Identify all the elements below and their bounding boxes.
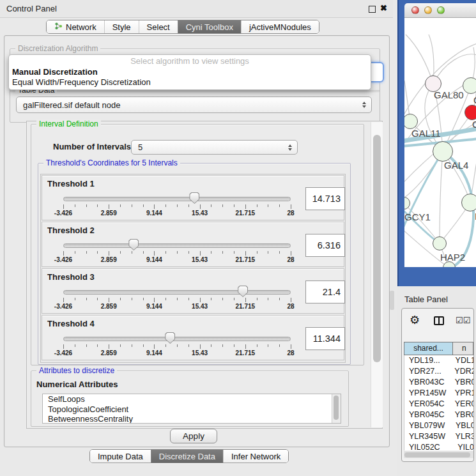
list-scrollbar-thumb[interactable] xyxy=(334,395,339,420)
table-row[interactable]: YDL19...YDL1 xyxy=(404,355,473,366)
threshold-slider[interactable]: -3.4262.8599.14415.4321.71528 xyxy=(42,316,344,360)
tab-select[interactable]: Select xyxy=(139,20,178,33)
threshold-value-field[interactable]: 6.316 xyxy=(305,234,345,257)
tick-mark xyxy=(200,204,201,209)
list-scrollbar[interactable] xyxy=(332,394,341,423)
tab-cyni-toolbox[interactable]: Cyni Toolbox xyxy=(178,20,241,33)
tick-mark xyxy=(132,344,132,347)
slider-track[interactable] xyxy=(63,243,291,248)
tick-mark xyxy=(109,251,109,256)
threshold-panel-1: Threshold 1 -3.4262.8599.14415.4321.7152… xyxy=(42,175,344,220)
network-window-titlebar[interactable] xyxy=(404,3,476,18)
table-row[interactable]: YBR045CYBR0 xyxy=(404,410,473,420)
tick-mark xyxy=(245,344,246,349)
node-HAP2[interactable] xyxy=(433,236,447,250)
threshold-panel-4: Threshold 4 -3.4262.8599.14415.4321.7152… xyxy=(42,315,344,360)
traffic-light-close[interactable] xyxy=(411,6,419,14)
node-H[interactable] xyxy=(461,194,476,211)
table-row[interactable]: YDR27...YDR2 xyxy=(404,366,473,377)
horizontal-scrollbar-thumb[interactable] xyxy=(404,452,470,457)
gear-icon[interactable]: ⚙ xyxy=(410,313,420,327)
tick-mark xyxy=(211,344,211,347)
cell-name: YLR3 xyxy=(450,431,473,442)
tick-label: -3.426 xyxy=(54,303,72,310)
node-G-top[interactable] xyxy=(463,77,476,94)
node-red[interactable] xyxy=(464,105,476,120)
threshold-panel-3: Threshold 3 -3.4262.8599.14415.4321.7152… xyxy=(42,268,344,314)
table-data-combobox[interactable]: galFiltered.sif default node xyxy=(16,96,372,113)
slider-thumb[interactable] xyxy=(128,239,139,250)
tick-mark xyxy=(279,298,280,300)
table-row[interactable]: YER054CYER0 xyxy=(404,399,473,410)
slider-thumb-face xyxy=(190,193,199,203)
node-table-panel: ⚙ ☑☑ shared... n YDL19...YDL1YDR27...YDR… xyxy=(401,308,474,462)
float-window-icon[interactable] xyxy=(369,6,376,13)
tab-style[interactable]: Style xyxy=(104,20,139,33)
cell-shared-name: YIL052C xyxy=(404,442,452,450)
splitter-handle[interactable] xyxy=(390,291,394,310)
tick-mark xyxy=(188,251,189,254)
close-icon[interactable]: ✖ xyxy=(380,3,387,13)
vertical-scrollbar-thumb[interactable] xyxy=(373,135,381,362)
list-item[interactable]: BetweennessCentrality xyxy=(43,414,341,424)
threshold-slider[interactable]: -3.4262.8599.14415.4321.71528 xyxy=(42,176,344,220)
slider-thumb[interactable] xyxy=(165,332,175,344)
apply-button[interactable]: Apply xyxy=(170,429,217,443)
table-row[interactable]: YBR043CYBR0 xyxy=(404,377,473,388)
horizontal-scrollbar[interactable] xyxy=(404,451,473,458)
slider-thumb[interactable] xyxy=(238,286,248,297)
tick-mark xyxy=(63,251,64,256)
table-row[interactable]: YPR145WYPR1 xyxy=(404,388,473,399)
column-header-shared-name[interactable]: shared... xyxy=(404,342,453,355)
threshold-value-field[interactable]: 11.344 xyxy=(305,327,345,350)
threshold-value-field[interactable]: 21.4 xyxy=(305,280,345,303)
threshold-slider[interactable]: -3.4262.8599.14415.4321.71528 xyxy=(42,222,344,266)
tick-mark xyxy=(109,298,109,302)
tick-label: 28 xyxy=(287,210,294,217)
node-GAL4[interactable] xyxy=(433,141,453,162)
node-label: HAP2 xyxy=(440,252,465,263)
checkbox-icons[interactable]: ☑☑ xyxy=(456,316,470,325)
tick-mark xyxy=(211,251,211,254)
slider-track[interactable] xyxy=(63,290,291,295)
number-of-intervals-combobox[interactable]: 5 xyxy=(131,140,298,155)
tick-mark xyxy=(97,251,98,254)
tick-mark xyxy=(120,344,121,347)
vertical-scrollbar[interactable] xyxy=(371,122,383,427)
slider-track[interactable] xyxy=(63,337,291,341)
column-header-name[interactable]: n xyxy=(453,342,473,355)
tick-mark xyxy=(143,251,144,254)
traffic-light-minimize[interactable] xyxy=(424,6,432,14)
dropdown-option-manual-discretization[interactable]: Manual Discretization xyxy=(12,67,367,77)
traffic-light-zoom[interactable] xyxy=(437,6,445,14)
table-row[interactable]: YIL052CYIL0 xyxy=(404,442,473,450)
cyni-mode-tabs: Impute DataDiscretize DataInfer Network xyxy=(89,449,289,463)
network-canvas[interactable]: GAL80G.CGAL11GAL4GCY1HHAP2 xyxy=(404,18,476,267)
table-row[interactable]: YLR345WYLR3 xyxy=(404,431,473,442)
slider-track[interactable] xyxy=(63,197,291,201)
cell-name: YPR1 xyxy=(449,388,473,399)
cell-name: YBR0 xyxy=(449,377,473,388)
tab-network[interactable]: Network xyxy=(47,20,104,33)
threshold-value-field[interactable]: 14.713 xyxy=(305,187,345,210)
tick-mark xyxy=(154,298,155,302)
tab-impute-data[interactable]: Impute Data xyxy=(90,450,151,463)
list-item[interactable]: SelfLoops xyxy=(43,394,341,404)
split-column-icon[interactable] xyxy=(434,316,444,325)
table-row[interactable]: YBL079WYBL0 xyxy=(404,420,473,431)
cell-shared-name: YPR145W xyxy=(404,388,449,399)
slider-thumb[interactable] xyxy=(189,192,199,204)
tab-jactivemnodules[interactable]: jActiveMNodules xyxy=(241,20,319,33)
tick-label: 21.715 xyxy=(236,210,256,217)
tab-infer-network[interactable]: Infer Network xyxy=(223,450,288,463)
cyni-toolbox-panel: Discretization Algorithm Select algorith… xyxy=(4,35,390,447)
tick-label: 2.859 xyxy=(101,349,117,357)
tick-label: 9.144 xyxy=(146,256,162,263)
tab-discretize-data[interactable]: Discretize Data xyxy=(151,450,223,463)
cell-shared-name: YER054C xyxy=(404,399,449,410)
list-item[interactable]: TopologicalCoefficient xyxy=(43,404,341,415)
group-title: Discretization Algorithm xyxy=(15,44,100,53)
dropdown-option-equal-width-frequency[interactable]: Equal Width/Frequency Discretization xyxy=(12,77,367,88)
threshold-slider[interactable]: -3.4262.8599.14415.4321.71528 xyxy=(42,269,344,313)
numerical-attributes-list[interactable]: SelfLoopsTopologicalCoefficientBetweenne… xyxy=(42,394,341,424)
